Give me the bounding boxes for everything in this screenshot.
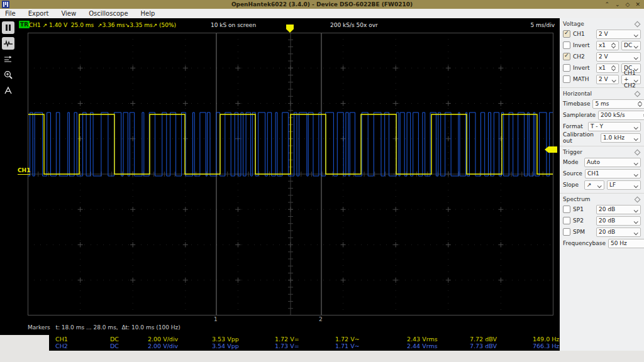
format-select[interactable]: T - Y [588,122,641,131]
menu-oscilloscope[interactable]: Oscilloscope [82,9,134,18]
ch1-vdc: 1.72 V= [275,336,335,343]
ch1-name: CH1 [49,336,110,343]
waveform-button[interactable] [2,37,14,50]
float-section-icon[interactable] [635,196,641,202]
horizontal-section-title: Horizontal [563,90,592,97]
measure-icon [3,85,13,96]
ch2-freq: 766.3 Hz [533,343,564,349]
math-range-select[interactable]: 2 V [596,75,619,84]
ch2-invert-label: Invert [573,65,594,71]
sp2-magnitude-value: 20 dB [599,217,615,224]
trigger-slope-select[interactable]: ↗ [584,180,604,190]
sp2-checkbox[interactable] [563,217,570,224]
ch2-dbv: 7.73 dBV [470,343,533,349]
pause-icon [3,23,13,33]
trigger-filter-select[interactable]: LF [607,180,641,190]
trigger-position-marker[interactable] [286,25,294,33]
zoom-in-icon [3,70,13,80]
sp2-label: SP2 [573,217,594,224]
timebase-text: 5 ms/div [530,18,555,33]
spm-magnitude-select[interactable]: 20 dB [596,228,641,237]
float-section-icon[interactable] [635,149,641,155]
samplerate-label: Samplerate [563,112,596,118]
ch2-vrms: 2.44 Vrms [407,343,470,349]
voltage-section: Voltage CH1 2 V Invert x1 DC CH2 2 V Inv… [560,18,644,87]
shade-icon[interactable]: ⌃ [604,0,609,9]
calibration-out-value: 1.0 kHz [603,134,625,141]
ch1-vac: 1.72 V~ [335,336,407,343]
ch1-gain-stepper[interactable]: x1 [596,41,619,50]
spectrum-section-title: Spectrum [563,196,591,202]
ch2-coupling: DC [110,343,148,349]
menu-export[interactable]: Export [22,9,55,18]
trigger-mode-value: Auto [587,159,600,165]
menubar: File Export View Oscilloscope Help [0,9,644,18]
spm-checkbox[interactable] [563,228,570,236]
math-mode-select[interactable]: CH1 + CH2 [621,75,641,84]
ch2-checkbox[interactable] [563,53,570,60]
measurement-row-ch2: CH2 DC 2.00 V/div 3.54 Vpp 1.73 V= 1.71 … [49,343,564,349]
cursors-button[interactable] [2,53,14,65]
spm-label: SPM [573,229,594,235]
ch1-vpp: 3.53 Vpp [212,336,275,343]
math-checkbox-label: MATH [573,76,594,82]
sp2-magnitude-select[interactable]: 20 dB [596,216,641,226]
left-toolbar [0,18,16,335]
cursor-markers-icon [3,54,13,64]
menu-file[interactable]: File [0,9,22,18]
settings-panel: Voltage CH1 2 V Invert x1 DC CH2 2 V Inv… [560,18,644,351]
math-checkbox[interactable] [563,75,570,83]
ch2-vac: 1.71 V~ [335,343,407,349]
waveform-display[interactable] [28,33,553,315]
trigger-source-select[interactable]: CH1 [585,169,641,178]
ch1-range-select[interactable]: 2 V [596,30,641,39]
marker2-label[interactable]: 2 [319,316,323,322]
ch1-gain-value: x1 [599,42,606,48]
marker1-label[interactable]: 1 [214,316,218,322]
measure-button[interactable] [2,84,14,97]
spm-magnitude-value: 20 dB [599,229,615,235]
zoom-button[interactable] [2,69,14,81]
calibration-out-label: Calibration out [563,131,598,144]
trigger-slope-value: ↗ [587,182,592,188]
frequencybase-stepper[interactable]: 50 Hz [608,239,644,248]
timebase-stepper[interactable]: 5 ms [592,99,644,109]
sp1-magnitude-value: 20 dB [599,206,615,212]
ch2-gain-stepper[interactable]: x1 [596,63,619,73]
timebase-value: 5 ms [595,101,609,107]
minimize-icon[interactable]: ⌄ [615,0,620,9]
calibration-out-select[interactable]: 1.0 kHz [601,133,641,143]
ch1-checkbox[interactable] [563,30,570,38]
trigger-mode-select[interactable]: Auto [584,158,641,167]
menu-view[interactable]: View [55,9,82,18]
trigger-section: Trigger Mode Auto Source CH1 Slope ↗ LF [560,146,644,193]
samplerate-stepper[interactable]: 200 kS/s [598,111,644,120]
app-window: OpenHantek6022 (3.4.0) - Device DSO-6022… [0,0,644,362]
ch2-invert-checkbox[interactable] [563,64,570,72]
timebase-label: Timebase [563,101,590,107]
ch2-range-select[interactable]: 2 V [596,52,641,62]
float-section-icon[interactable] [635,90,641,97]
ch1-invert-checkbox[interactable] [563,41,570,49]
ch1-coupling: DC [110,336,148,343]
close-icon[interactable]: ✕ [635,0,640,9]
ch1-coupling-select[interactable]: DC [621,41,641,50]
horizontal-section: Horizontal Timebase 5 ms Samplerate 200 … [560,87,644,146]
sp1-magnitude-select[interactable]: 20 dB [596,205,641,214]
ch1-invert-label: Invert [573,42,594,48]
float-section-icon[interactable] [635,21,641,27]
menu-help[interactable]: Help [135,9,162,18]
trigger-source-label: Source [563,170,582,177]
pause-button[interactable] [2,21,14,34]
format-value: T - Y [591,123,603,129]
ch1-freq: 149.0 Hz [533,336,564,343]
sp1-checkbox[interactable] [563,206,570,213]
channel1-level-label[interactable]: CH1 [18,167,30,175]
format-label: Format [563,123,586,129]
samplerate-value: 200 kS/s [601,112,625,118]
ch2-range-value: 2 V [599,53,608,60]
maximize-icon[interactable]: ◇ [626,0,630,9]
ch2-gain-value: x1 [599,65,606,71]
math-mode-value: CH1 + CH2 [624,70,638,89]
titlebar: OpenHantek6022 (3.4.0) - Device DSO-6022… [0,0,644,9]
